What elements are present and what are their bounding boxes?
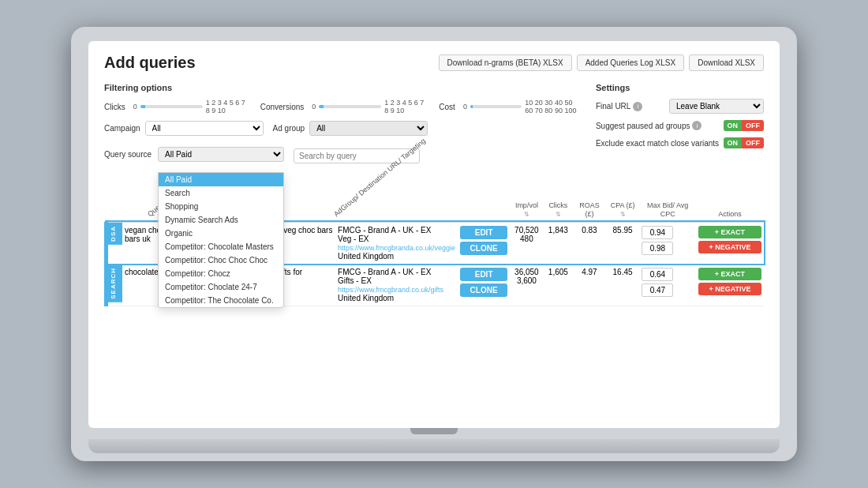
th-imp-vol: Imp/vol ⇅ — [510, 175, 544, 222]
th-actions: Actions — [696, 175, 764, 222]
adgroup-row: Ad group All — [273, 121, 428, 136]
row-clicks-1: 1,843 — [544, 222, 573, 264]
suggest-paused-label: Suggest paused ad groups i — [596, 121, 702, 130]
app-header: Add queries Download n-grams (BETA) XLSX… — [104, 54, 764, 72]
th-cpa: CPA (£) ⇅ — [606, 175, 640, 222]
dsa-label: DSA — [108, 223, 122, 245]
exclude-toggle-on[interactable]: ON — [724, 137, 743, 148]
query-source-label: Query source — [104, 150, 152, 159]
campaign-select[interactable]: All — [145, 121, 264, 136]
clicks-range[interactable]: 0 1 2 3 4 5 6 7 8 9 10 — [133, 99, 246, 114]
th-type — [107, 175, 123, 222]
row-actions-1: + EXACT + NEGATIVE — [696, 222, 764, 264]
search-label: SEARCH — [108, 265, 122, 302]
row-imp-1: 70,520 480 — [510, 222, 544, 264]
campaign-label: Campaign — [104, 124, 140, 133]
dropdown-item-comp3[interactable]: Competitor: Chocz — [159, 267, 283, 280]
dropdown-item-comp1[interactable]: Competitor: Chocolate Masters — [159, 240, 283, 253]
row-actions-2: + EXACT + NEGATIVE — [696, 264, 764, 306]
clicks-label: Clicks — [104, 103, 125, 111]
th-roas: ROAS (£) — [573, 175, 606, 222]
campaign-row: Campaign All — [104, 121, 264, 136]
toggle-off[interactable]: OFF — [742, 120, 764, 131]
max-bid-input-1a[interactable] — [642, 226, 673, 239]
settings-label: Settings — [596, 83, 764, 92]
cost-range[interactable]: 0 10 20 30 40 50 60 70 80 90 100 — [463, 99, 580, 114]
final-url-info-icon: i — [633, 102, 642, 111]
row-adgroup-1: FMCG - Brand A - UK - EX Veg - EX https:… — [335, 222, 458, 264]
th-adgroup: AdGroup/ Destination URL/ Targeting — [335, 175, 458, 222]
clone-button-2[interactable]: CLONE — [460, 283, 507, 297]
dropdown-item-shopping[interactable]: Shopping — [159, 200, 283, 213]
query-source-row: Query source All Paid All Paid Search — [104, 147, 284, 162]
row-cpa-1: 85.95 — [606, 222, 640, 264]
th-actions-empty — [458, 175, 510, 222]
dropdown-item-all-paid[interactable]: All Paid — [159, 173, 283, 186]
negative-button-2[interactable]: + NEGATIVE — [698, 283, 761, 295]
row-edit-clone-1: EDIT CLONE — [458, 222, 510, 264]
max-bid-input-2b[interactable] — [642, 283, 673, 297]
exact-button-1[interactable]: + EXACT — [698, 226, 761, 238]
dropdown-item-dsa[interactable]: Dynamic Search Ads — [159, 213, 283, 227]
final-url-row: Final URL i Leave Blank — [596, 99, 764, 114]
row-adgroup-2: FMCG - Brand A - UK - EX Gifts - EX http… — [335, 264, 458, 306]
edit-button-1[interactable]: EDIT — [460, 226, 507, 239]
filter-row-clicks: Clicks 0 1 2 3 4 5 6 7 8 9 10 Conversion… — [104, 99, 580, 114]
exclude-exact-row: Exclude exact match close variants ON OF… — [596, 137, 764, 148]
dropdown-item-comp2[interactable]: Competitor: Choc Choc Choc — [159, 253, 283, 267]
adgroup-select[interactable]: All — [309, 121, 428, 136]
max-bid-input-1b[interactable] — [642, 242, 673, 255]
final-url-label: Final URL i — [596, 102, 642, 111]
row-type-search: SEARCH — [107, 264, 123, 306]
cost-label: Cost — [439, 103, 455, 111]
download-ngrams-btn[interactable]: Download n-grams (BETA) XLSX — [439, 54, 572, 71]
row-edit-clone-2: EDIT CLONE — [458, 264, 510, 306]
exclude-exact-label: Exclude exact match close variants — [596, 139, 719, 148]
row-roas-2: 4.97 — [573, 264, 606, 306]
clone-button-1[interactable]: CLONE — [460, 242, 507, 255]
left-panel: Filtering options Clicks 0 1 2 3 4 5 6 7… — [104, 83, 580, 167]
th-max-bid: Max Bid/ Avg CPC — [639, 175, 696, 222]
row-maxbid-1 — [639, 222, 696, 264]
row-imp-2: 36,050 3,600 — [510, 264, 544, 306]
row-cpa-2: 16.45 — [606, 264, 640, 306]
filtering-label: Filtering options — [104, 83, 580, 92]
row-clicks-2: 1,605 — [544, 264, 573, 306]
exclude-exact-toggle[interactable]: ON OFF — [724, 137, 765, 148]
exact-button-2[interactable]: + EXACT — [698, 268, 761, 280]
edit-button-2[interactable]: EDIT — [460, 268, 507, 281]
dropdown-item-organic[interactable]: Organic — [159, 227, 283, 240]
source-dropdown: All Paid Search Shopping Dynamic Search … — [158, 172, 284, 308]
suggest-paused-info-icon: i — [692, 121, 702, 130]
row-type-dsa: DSA — [107, 222, 123, 264]
dropdown-item-comp4[interactable]: Competitor: Choclate 24-7 — [159, 280, 283, 294]
dropdown-item-comp5[interactable]: Competitor: The Chocolate Co. — [159, 294, 283, 307]
conversions-label: Conversions — [260, 103, 305, 111]
negative-button-1[interactable]: + NEGATIVE — [698, 241, 761, 253]
dropdown-box: All Paid Search Shopping Dynamic Search … — [158, 172, 284, 308]
suggest-paused-toggle[interactable]: ON OFF — [724, 120, 765, 131]
row-maxbid-2 — [639, 264, 696, 306]
adgroup-label: Ad group — [273, 124, 305, 133]
row-roas-1: 0.83 — [573, 222, 606, 264]
query-source-select[interactable]: All Paid — [158, 147, 284, 162]
right-panel: Settings Final URL i Leave Blank Suggest… — [596, 83, 764, 167]
header-buttons: Download n-grams (BETA) XLSX Added Queri… — [439, 54, 764, 71]
suggest-paused-row: Suggest paused ad groups i ON OFF — [596, 120, 764, 131]
source-select-wrap: All Paid All Paid Search Shopping Dynami… — [158, 147, 284, 162]
th-clicks: Clicks ⇅ — [544, 175, 573, 222]
exclude-toggle-off[interactable]: OFF — [742, 137, 764, 148]
dropdown-item-search[interactable]: Search — [159, 186, 283, 200]
download-xlsx-btn[interactable]: Download XLSX — [689, 54, 764, 71]
max-bid-input-2a[interactable] — [642, 268, 673, 281]
page-title: Add queries — [104, 54, 196, 72]
final-url-select[interactable]: Leave Blank — [669, 99, 764, 114]
conversions-range[interactable]: 0 1 2 3 4 5 6 7 8 9 10 — [312, 99, 425, 114]
toggle-on[interactable]: ON — [724, 120, 743, 131]
added-queries-log-btn[interactable]: Added Queries Log XLSX — [577, 54, 685, 71]
